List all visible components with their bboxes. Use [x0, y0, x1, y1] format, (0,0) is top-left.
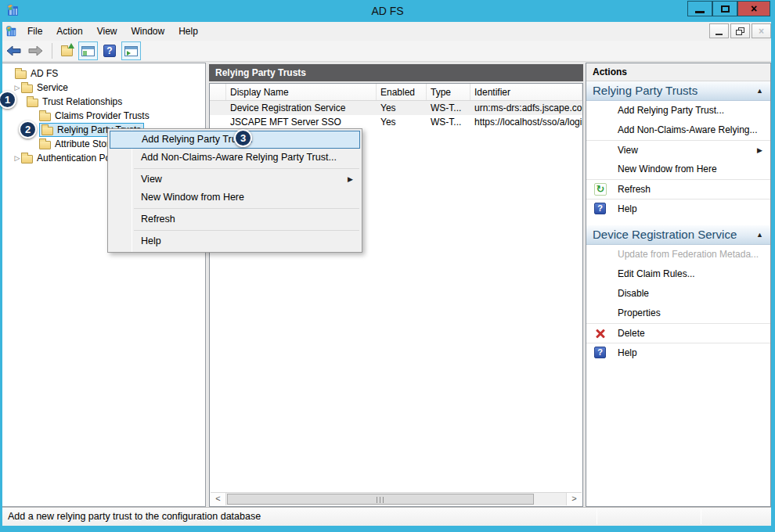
statusbar-divider: [701, 509, 701, 524]
folder-icon: [41, 127, 53, 135]
context-menu-add-non-claims-aware[interactable]: Add Non-Claims-Aware Relying Party Trust…: [108, 149, 362, 167]
child-minimize-button[interactable]: [709, 23, 729, 38]
table-row[interactable]: JSCAPE MFT Server SSO Yes WS-T... https:…: [210, 115, 582, 129]
tree-item-label: AD FS: [31, 68, 58, 79]
cell-type: WS-T...: [427, 102, 470, 113]
column-gutter[interactable]: [210, 84, 226, 100]
cell-identifier: https://localhost/sso/a/login: [470, 117, 582, 128]
action-view[interactable]: View ▶: [586, 140, 770, 160]
maximize-button[interactable]: [712, 1, 737, 16]
tree-item-claims-provider-trusts[interactable]: Claims Provider Trusts: [2, 109, 205, 123]
folder-icon: [21, 84, 33, 93]
tree-item-label: Trust Relationships: [42, 96, 122, 107]
status-bar: Add a new relying party trust to the con…: [2, 507, 771, 526]
menu-action[interactable]: Action: [49, 22, 89, 41]
action-add-non-claims-aware[interactable]: Add Non-Claims-Aware Relying...: [586, 120, 770, 140]
cell-display-name: Device Registration Service: [226, 102, 377, 113]
tree-item-trust-relationships[interactable]: Trust Relationships: [2, 95, 205, 109]
folder-icon: [39, 113, 51, 121]
collapse-arrow-icon[interactable]: ▲: [756, 225, 763, 244]
minimize-button[interactable]: [687, 1, 712, 16]
action-delete[interactable]: Delete: [586, 323, 770, 343]
show-hide-console-tree-button[interactable]: [78, 41, 98, 60]
mmc-snapin-icon: [5, 26, 17, 38]
action-add-relying-party-trust[interactable]: Add Relying Party Trust...: [586, 101, 770, 120]
list-header-row: Display Name Enabled Type Identifier: [210, 84, 582, 101]
section-title: Device Registration Service: [593, 228, 737, 241]
action-new-window-from-here[interactable]: New Window from Here: [586, 160, 770, 179]
column-identifier[interactable]: Identifier: [470, 84, 582, 100]
actions-section-relying-party-trusts[interactable]: Relying Party Trusts ▲: [586, 81, 770, 101]
action-refresh[interactable]: ↻ Refresh: [586, 179, 770, 199]
forward-button[interactable]: [27, 41, 45, 60]
title-bar: AD FS ×: [0, 0, 775, 22]
scroll-right-button[interactable]: >: [566, 493, 582, 505]
help-icon: ?: [594, 347, 606, 358]
menu-window[interactable]: Window: [124, 22, 172, 41]
child-restore-button[interactable]: [730, 23, 750, 38]
section-title: Relying Party Trusts: [593, 84, 698, 97]
tree-item-label: Service: [37, 82, 68, 93]
table-row[interactable]: Device Registration Service Yes WS-T... …: [210, 101, 582, 115]
results-pane-title: Relying Party Trusts: [209, 64, 583, 81]
delete-icon: [594, 327, 607, 340]
actions-section-device-registration-service[interactable]: Device Registration Service ▲: [586, 225, 770, 245]
context-menu-refresh[interactable]: Refresh: [108, 210, 362, 228]
close-button[interactable]: ×: [737, 1, 770, 16]
expand-arrow-icon[interactable]: ▷: [13, 84, 21, 92]
window-title: AD FS: [0, 0, 775, 22]
folder-icon: [39, 141, 51, 149]
show-hide-action-pane-button[interactable]: [121, 41, 141, 60]
expand-arrow-icon[interactable]: ▷: [13, 154, 21, 162]
scrollbar-grip-icon: [377, 497, 385, 503]
action-edit-claim-rules[interactable]: Edit Claim Rules...: [586, 264, 770, 284]
tree-item-adfs[interactable]: AD FS: [2, 66, 205, 81]
context-menu-new-window-from-here[interactable]: New Window from Here: [108, 189, 362, 207]
column-type[interactable]: Type: [427, 84, 470, 100]
adfs-console-window: AD FS × File Action View Window Help: [0, 0, 775, 532]
menu-bar: File Action View Window Help ×: [0, 22, 775, 41]
console-tree-icon: [81, 46, 95, 56]
step-badge-2: 2: [19, 120, 37, 138]
cell-enabled: Yes: [377, 102, 427, 113]
child-close-button[interactable]: ×: [752, 23, 771, 38]
refresh-icon: ↻: [594, 183, 607, 196]
help-icon: ?: [594, 203, 606, 214]
toolbar: ?: [0, 41, 775, 62]
toolbar-separator: [52, 43, 52, 59]
menu-help[interactable]: Help: [171, 22, 205, 41]
up-one-level-button[interactable]: [59, 41, 74, 60]
column-enabled[interactable]: Enabled: [377, 84, 427, 100]
statusbar-divider: [597, 509, 597, 524]
action-help-drs[interactable]: ? Help: [586, 343, 770, 362]
submenu-arrow-icon: ▶: [757, 141, 762, 160]
action-update-from-federation-metadata: Update from Federation Metada...: [586, 245, 770, 264]
context-menu-view[interactable]: View ▶: [108, 171, 362, 189]
window-border-bottom: [0, 526, 775, 532]
menu-file[interactable]: File: [20, 22, 49, 41]
column-display-name[interactable]: Display Name: [226, 84, 377, 100]
context-menu-separator: [134, 208, 359, 209]
back-button[interactable]: [5, 41, 23, 60]
cell-type: WS-T...: [427, 117, 470, 128]
collapse-arrow-icon[interactable]: ▲: [756, 81, 763, 100]
action-help[interactable]: ? Help: [586, 199, 770, 218]
action-disable[interactable]: Disable: [586, 284, 770, 304]
horizontal-scrollbar[interactable]: < >: [211, 492, 582, 505]
tree-item-service[interactable]: ▷ Service: [2, 81, 205, 95]
help-icon: ?: [103, 45, 116, 57]
help-toolbar-button[interactable]: ?: [102, 41, 117, 60]
folder-icon: [27, 99, 38, 107]
restore-icon: [736, 27, 744, 35]
context-menu-help[interactable]: Help: [108, 232, 362, 250]
scrollbar-thumb[interactable]: [227, 494, 534, 505]
tree-item-label: Claims Provider Trusts: [55, 110, 150, 121]
status-text: Add a new relying party trust to the con…: [8, 511, 261, 522]
action-properties[interactable]: Properties: [586, 304, 770, 323]
scroll-left-button[interactable]: <: [211, 493, 226, 505]
child-window-controls: ×: [709, 23, 771, 38]
actions-pane-title: Actions: [586, 63, 770, 81]
menu-view[interactable]: View: [90, 22, 124, 41]
folder-icon: [21, 155, 33, 164]
cell-identifier: urn:ms-drs:adfs.jscape.com: [470, 102, 582, 113]
